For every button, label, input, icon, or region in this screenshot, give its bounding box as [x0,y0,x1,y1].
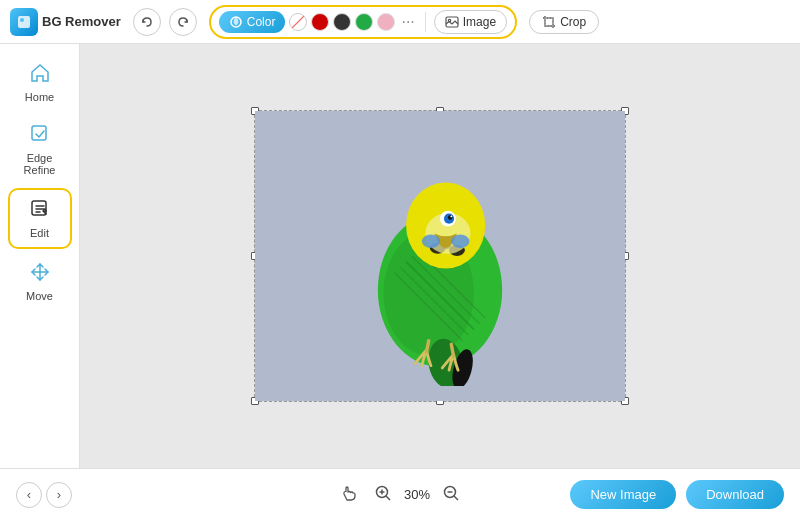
zoom-in-button[interactable] [370,480,396,510]
svg-line-28 [426,341,428,352]
svg-line-36 [454,496,458,500]
app-logo-icon [10,8,38,36]
home-label: Home [25,91,54,103]
svg-point-1 [20,18,24,22]
undo-button[interactable] [133,8,161,36]
bird-svg [320,126,560,386]
hand-tool-button[interactable] [336,480,362,510]
toolbar-group: Color ··· Image [209,5,517,39]
image-button[interactable]: Image [434,10,507,34]
bottom-left: ‹ › [16,482,72,508]
crop-button[interactable]: Crop [529,10,599,34]
move-label: Move [26,290,53,302]
download-button[interactable]: Download [686,480,784,509]
black-swatch[interactable] [333,13,351,31]
edge-refine-icon [29,123,51,148]
image-label: Image [463,15,496,29]
edit-icon [29,198,51,223]
svg-line-29 [451,344,453,356]
svg-point-26 [451,235,469,249]
bottom-center: 30% [336,480,464,510]
top-bar: BG Remover Color ··· [0,0,800,44]
zoom-out-button[interactable] [438,480,464,510]
prev-page-button[interactable]: ‹ [16,482,42,508]
bottom-right: New Image Download [570,480,784,509]
image-canvas[interactable] [254,110,626,402]
sidebar-item-edit[interactable]: Edit [8,188,72,249]
svg-rect-6 [32,126,46,140]
sidebar: Home Edge Refine Edit [0,44,80,468]
canvas-area [80,44,800,468]
svg-line-33 [386,496,390,500]
sidebar-item-home[interactable]: Home [8,54,72,111]
svg-point-27 [422,235,440,249]
edge-refine-label: Edge Refine [18,152,62,176]
svg-rect-0 [18,16,30,28]
app-name-label: BG Remover [42,14,121,29]
bottom-bar: ‹ › 30% New Image Download [0,468,800,520]
new-image-button[interactable]: New Image [570,480,676,509]
app-logo: BG Remover [10,8,121,36]
pink-swatch[interactable] [377,13,395,31]
sidebar-item-move[interactable]: Move [8,253,72,310]
red-swatch[interactable] [311,13,329,31]
svg-point-25 [450,216,452,218]
zoom-level: 30% [404,487,430,502]
main-layout: Home Edge Refine Edit [0,44,800,468]
transparent-swatch[interactable] [289,13,307,31]
next-page-button[interactable]: › [46,482,72,508]
redo-button[interactable] [169,8,197,36]
bird-image [255,111,625,401]
home-icon [29,62,51,87]
edit-label: Edit [30,227,49,239]
color-label: Color [247,15,276,29]
color-button[interactable]: Color [219,11,286,33]
svg-rect-5 [545,18,553,26]
sidebar-item-edge-refine[interactable]: Edge Refine [8,115,72,184]
move-icon [29,261,51,286]
crop-label: Crop [560,15,586,29]
green-swatch[interactable] [355,13,373,31]
toolbar-divider [425,12,426,32]
more-colors-button[interactable]: ··· [399,13,416,31]
